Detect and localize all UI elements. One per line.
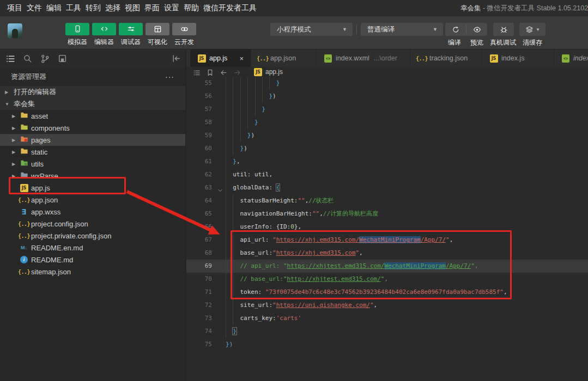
tree-item-label: utils — [31, 160, 44, 168]
code-line-63[interactable]: 63 globalData: { — [186, 181, 588, 194]
more-icon[interactable]: ··· — [165, 72, 174, 81]
menu-视图[interactable]: 视图 — [125, 3, 140, 13]
phone-icon — [74, 25, 82, 33]
folder-red — [20, 135, 28, 145]
chevron-down-icon: ▼ — [433, 23, 438, 36]
code-line-57[interactable]: 57 } — [186, 103, 588, 116]
code-line-73[interactable]: 73 carts_key:'carts' — [186, 312, 588, 325]
tree-item-pages[interactable]: ▶pages — [0, 134, 185, 146]
调试器-button[interactable] — [119, 23, 143, 35]
tab-label: app.js — [209, 54, 227, 62]
folder-yellow — [20, 111, 28, 121]
compile-button[interactable] — [445, 23, 466, 36]
tree-item-asset[interactable]: ▶asset — [0, 110, 185, 122]
search-icon[interactable] — [23, 54, 32, 63]
云开发-button[interactable] — [172, 23, 196, 35]
line-number: 69 — [186, 260, 212, 273]
collapse-sidebar-icon[interactable] — [172, 54, 181, 63]
markdown-file-icon: M↓ — [21, 245, 27, 250]
list-icon[interactable] — [193, 69, 200, 76]
tab-tracking.json[interactable]: {..}tracking.json — [410, 50, 482, 67]
menu-选择[interactable]: 选择 — [105, 3, 120, 13]
wxml-file-icon: <> — [324, 54, 332, 63]
tree-item-label: project.config.json — [31, 220, 88, 228]
remote-debug-label: 真机调试 — [490, 38, 516, 47]
tree-item-static[interactable]: ▶static — [0, 146, 185, 158]
menu-项目[interactable]: 项目 — [7, 3, 22, 13]
code-editor[interactable]: 55 }56 })57 }58 }59 })60 })61 },62 util:… — [186, 77, 588, 351]
tree-item-README.en.md[interactable]: ▶M↓README.en.md — [0, 242, 185, 254]
tab-index.js[interactable]: JSindex.js — [482, 50, 554, 67]
branch-icon[interactable] — [40, 54, 50, 63]
close-icon[interactable]: × — [239, 54, 244, 63]
menu-微信开发者工具[interactable]: 微信开发者工具 — [203, 3, 257, 13]
tree-item-label: 打开的编辑器 — [14, 87, 56, 97]
tab-path-suffix: ...\order — [374, 54, 397, 62]
chevron-right-icon: ▶ — [12, 114, 17, 119]
tab-label: index.wxml — [336, 54, 369, 62]
arrow-right-icon[interactable] — [234, 69, 241, 76]
compile-select[interactable]: 普通编译▼ — [361, 23, 443, 36]
menu-帮助[interactable]: 帮助 — [184, 3, 199, 13]
line-number: 62 — [186, 168, 212, 181]
tree-item-sitemap.json[interactable]: ▶{..}sitemap.json — [0, 266, 185, 278]
tree-item-README.md[interactable]: ▶iREADME.md — [0, 254, 185, 266]
save-icon[interactable] — [58, 54, 67, 63]
tab-index.wxml[interactable]: <>index.wxml — [554, 50, 588, 67]
tree-section-幸会集[interactable]: ▼幸会集 — [0, 98, 185, 110]
tree-section-打开的编辑器[interactable]: ▶打开的编辑器 — [0, 86, 185, 98]
explorer-header: 资源管理器 ··· — [0, 67, 185, 86]
menu-转到[interactable]: 转到 — [86, 3, 101, 13]
tree-item-components[interactable]: ▶components — [0, 122, 185, 134]
sidebar: 资源管理器 ··· ▶打开的编辑器▼幸会集▶asset▶components▶p… — [0, 49, 186, 381]
tree-item-utils[interactable]: ▶utils — [0, 158, 185, 170]
chevron-down-icon: ▼ — [5, 102, 10, 107]
bug-icon — [500, 26, 508, 34]
code-line-74[interactable]: 74 } — [186, 325, 588, 338]
chevron-right-icon: ▶ — [12, 162, 17, 167]
mode-button-label: 云开发 — [174, 38, 194, 47]
code-line-72[interactable]: 72 site_url:"https://uni.qishangke.com/"… — [186, 299, 588, 312]
code-line-58[interactable]: 58 } — [186, 116, 588, 129]
line-number: 73 — [186, 312, 212, 325]
code-line-55[interactable]: 55 } — [186, 77, 588, 90]
tab-app.js[interactable]: JSapp.js× — [190, 50, 251, 67]
bookmark-icon[interactable] — [207, 69, 214, 76]
code-line-64[interactable]: 64 statusBarHeight:"",//状态栏 — [186, 194, 588, 207]
menu-设置[interactable]: 设置 — [164, 3, 179, 13]
tree-item-project.config.json[interactable]: ▶{..}project.config.json — [0, 218, 185, 230]
tree-item-label: 幸会集 — [14, 99, 35, 109]
mode-select[interactable]: 小程序模式▼ — [270, 23, 353, 36]
line-number: 70 — [186, 273, 212, 286]
json-file-icon: {..} — [18, 221, 30, 227]
编辑器-button[interactable] — [92, 23, 116, 35]
remote-debug-button[interactable] — [493, 23, 514, 36]
menu-文件[interactable]: 文件 — [27, 3, 42, 13]
chevron-down-icon: ▼ — [342, 23, 347, 36]
code-line-56[interactable]: 56 }) — [186, 90, 588, 103]
code-line-65[interactable]: 65 navigationBarHeight:"",//计算的导航栏高度 — [186, 207, 588, 220]
code-line-59[interactable]: 59 }) — [186, 129, 588, 142]
preview-button[interactable] — [466, 23, 487, 36]
code-line-61[interactable]: 61 }, — [186, 155, 588, 168]
tab-app.json[interactable]: {..}app.json — [251, 50, 317, 67]
code-line-75[interactable]: 75}) — [186, 338, 588, 351]
mode-buttons: 模拟器编辑器调试器可视化云开发 — [65, 23, 196, 47]
menu-界面[interactable]: 界面 — [144, 3, 160, 13]
menu-工具[interactable]: 工具 — [66, 3, 81, 13]
模拟器-button[interactable] — [65, 23, 89, 35]
list-icon[interactable] — [5, 54, 15, 63]
arrow-left-icon[interactable] — [220, 69, 227, 76]
code-line-60[interactable]: 60 }) — [186, 142, 588, 155]
code-line-62[interactable]: 62 util: util, — [186, 168, 588, 181]
clear-cache-button[interactable]: ▼ — [519, 23, 545, 36]
tab-index.wxml[interactable]: <>index.wxml...\order — [317, 50, 410, 67]
可视化-button[interactable] — [146, 23, 169, 35]
fold-chevron-icon[interactable] — [217, 185, 223, 190]
folder-components — [20, 123, 28, 133]
js-file-icon: JS — [198, 54, 206, 63]
menu-编辑[interactable]: 编辑 — [46, 3, 62, 13]
tab-bar: JSapp.js×{..}app.json<>index.wxml...\ord… — [186, 50, 588, 67]
avatar[interactable] — [8, 23, 22, 38]
tree-item-project.private.config.json[interactable]: ▶{..}project.private.config.json — [0, 230, 185, 242]
